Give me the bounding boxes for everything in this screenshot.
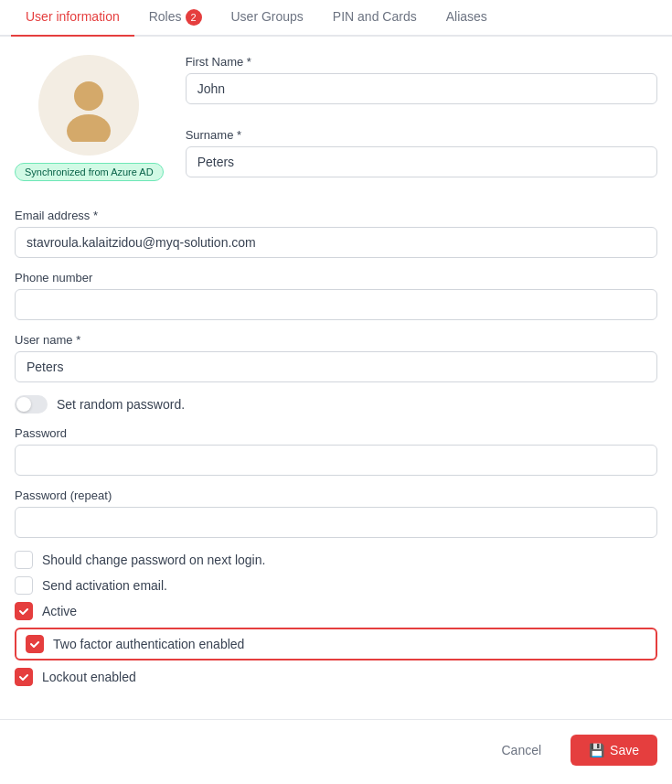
svg-point-1: [67, 114, 111, 142]
surname-label: Surname *: [186, 128, 657, 142]
checkboxes-container: Should change password on next login.Sen…: [15, 551, 657, 686]
checkbox-two-factor[interactable]: [26, 635, 44, 653]
tab-user-groups[interactable]: User Groups: [217, 0, 318, 37]
checkbox-label-send-activation: Send activation email.: [42, 578, 167, 593]
save-icon: 💾: [589, 743, 604, 757]
surname-input[interactable]: [186, 146, 657, 177]
first-name-input[interactable]: [186, 73, 657, 104]
tab-aliases[interactable]: Aliases: [432, 0, 502, 37]
surname-group: Surname *: [186, 128, 657, 177]
tab-pin-and-cards[interactable]: PIN and Cards: [318, 0, 432, 37]
cancel-button[interactable]: Cancel: [483, 735, 560, 766]
toggle-thumb: [16, 397, 31, 412]
checkbox-send-activation[interactable]: [15, 576, 33, 595]
random-password-toggle[interactable]: [15, 395, 48, 413]
checkbox-label-lockout: Lockout enabled: [42, 670, 136, 684]
phone-group: Phone number: [15, 271, 657, 320]
avatar-section: Synchronized from Azure AD First Name * …: [15, 55, 657, 190]
checkbox-label-change-password: Should change password on next login.: [42, 553, 265, 567]
checkbox-label-two-factor: Two factor authentication enabled: [53, 637, 244, 651]
password-group: Password: [15, 426, 657, 476]
avatar-container: Synchronized from Azure AD: [15, 55, 164, 181]
footer-actions: Cancel 💾 Save: [0, 719, 672, 780]
two-factor-row: Two factor authentication enabled: [15, 628, 657, 660]
random-password-row: Set random password.: [15, 395, 657, 413]
email-input[interactable]: [15, 227, 657, 258]
random-password-label: Set random password.: [57, 397, 185, 412]
checkbox-active[interactable]: [15, 602, 33, 620]
email-group: Email address *: [15, 209, 657, 258]
password-repeat-input[interactable]: [15, 507, 657, 538]
phone-label: Phone number: [15, 271, 657, 285]
tab-badge-roles: 2: [186, 9, 202, 26]
user-avatar: [38, 55, 139, 156]
save-label: Save: [610, 743, 639, 757]
first-name-group: First Name *: [186, 55, 657, 104]
username-input[interactable]: [15, 351, 657, 382]
first-name-label: First Name *: [186, 55, 657, 69]
checkbox-row-send-activation: Send activation email.: [15, 576, 657, 595]
password-label: Password: [15, 426, 657, 440]
tab-user-information[interactable]: User information: [11, 0, 134, 37]
username-group: User name *: [15, 333, 657, 382]
password-input[interactable]: [15, 445, 657, 476]
name-fields: First Name * Surname *: [186, 55, 657, 190]
password-repeat-group: Password (repeat): [15, 489, 657, 538]
phone-input[interactable]: [15, 289, 657, 320]
email-label: Email address *: [15, 209, 657, 222]
svg-point-0: [74, 81, 103, 111]
checkbox-row-change-password: Should change password on next login.: [15, 551, 657, 569]
username-label: User name *: [15, 333, 657, 347]
checkbox-row-lockout: Lockout enabled: [15, 668, 657, 686]
checkbox-label-active: Active: [42, 604, 77, 618]
save-button[interactable]: 💾 Save: [571, 735, 657, 766]
password-repeat-label: Password (repeat): [15, 489, 657, 502]
form-content: Synchronized from Azure AD First Name * …: [0, 37, 672, 712]
tabs-container: User informationRoles2User GroupsPIN and…: [0, 0, 672, 37]
checkbox-change-password[interactable]: [15, 551, 33, 569]
tab-roles[interactable]: Roles2: [134, 0, 217, 37]
checkbox-lockout[interactable]: [15, 668, 33, 686]
checkbox-row-active: Active: [15, 602, 657, 620]
azure-sync-badge: Synchronized from Azure AD: [15, 163, 164, 181]
